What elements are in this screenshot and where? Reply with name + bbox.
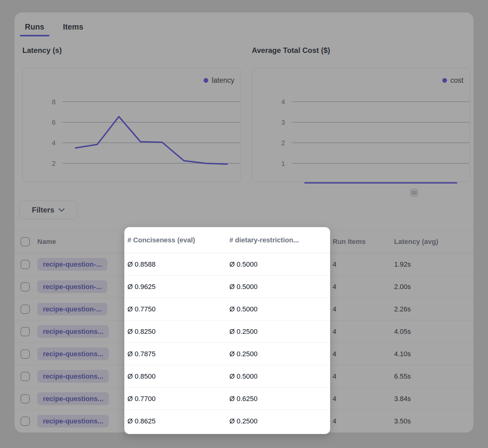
column-header-conciseness: # Conciseness (eval) xyxy=(127,236,195,244)
conciseness-cell: Ø 0.9625 xyxy=(127,283,156,291)
spotlight-row: Ø 0.7875 Ø 0.2500 xyxy=(124,343,330,365)
spotlight-row: Ø 0.8500 Ø 0.5000 xyxy=(124,365,330,388)
conciseness-cell: Ø 0.8250 xyxy=(127,328,156,336)
conciseness-cell: Ø 0.7700 xyxy=(127,395,156,403)
conciseness-cell: Ø 0.8500 xyxy=(127,372,156,380)
spotlight-header: # Conciseness (eval) # dietary-restricti… xyxy=(124,227,330,253)
spotlight-row: Ø 0.7700 Ø 0.6250 xyxy=(124,388,330,410)
conciseness-cell: Ø 0.7750 xyxy=(127,305,156,313)
conciseness-cell: Ø 0.8625 xyxy=(127,417,156,425)
dietary-cell: Ø 0.5000 xyxy=(229,372,258,380)
dietary-cell: Ø 0.2500 xyxy=(229,350,258,358)
dietary-cell: Ø 0.2500 xyxy=(229,328,258,336)
spotlight-row: Ø 0.8625 Ø 0.2500 xyxy=(124,410,330,432)
dietary-cell: Ø 0.5000 xyxy=(229,305,258,313)
spotlight-row: Ø 0.8250 Ø 0.2500 xyxy=(124,320,330,343)
dietary-cell: Ø 0.5000 xyxy=(229,260,258,268)
dietary-cell: Ø 0.6250 xyxy=(229,395,258,403)
conciseness-cell: Ø 0.7875 xyxy=(127,350,156,358)
highlighted-columns-panel: # Conciseness (eval) # dietary-restricti… xyxy=(124,227,330,434)
dietary-cell: Ø 0.5000 xyxy=(229,283,258,291)
spotlight-row: Ø 0.7750 Ø 0.5000 xyxy=(124,298,330,320)
column-header-dietary: # dietary-restriction... xyxy=(229,236,299,244)
conciseness-cell: Ø 0.8588 xyxy=(127,260,156,268)
dietary-cell: Ø 0.2500 xyxy=(229,417,258,425)
spotlight-row: Ø 0.8588 Ø 0.5000 xyxy=(124,253,330,276)
spotlight-row: Ø 0.9625 Ø 0.5000 xyxy=(124,276,330,298)
